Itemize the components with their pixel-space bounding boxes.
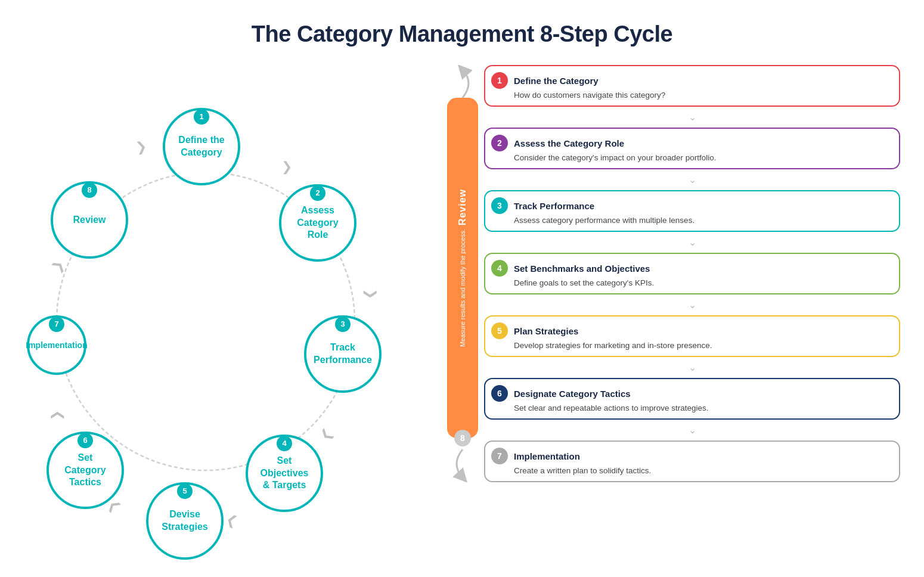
step-desc-1: How do customers navigate this category?: [491, 91, 889, 100]
step-title-5: Plan Strategies: [514, 326, 578, 336]
step-desc-7: Create a written plan to solidify tactic…: [491, 466, 889, 475]
svg-text:❯: ❯: [281, 159, 292, 175]
cycle-node-2: 2 Assess Category Role: [279, 184, 356, 262]
step-chevron-3: ⌄: [484, 237, 900, 248]
step-title-1: Define the Category: [514, 76, 599, 86]
review-bar-sublabel: Measure results and modify the process.: [459, 229, 466, 347]
step-num-badge-5: 5: [491, 322, 508, 339]
step-item-5: 5Plan StrategiesDevelop strategies for m…: [484, 315, 900, 357]
step-num-badge-2: 2: [491, 135, 508, 151]
svg-text:❯: ❯: [224, 513, 240, 532]
step-num-badge-6: 6: [491, 385, 508, 402]
step-item-3: 3Track PerformanceAssess category perfor…: [484, 190, 900, 232]
step-num-badge-1: 1: [491, 72, 508, 89]
cycle-diagram: ❯ ❯ ❯ ❯ ❯ ❯ ❯ ❯ 1 Define the Category 2 …: [24, 65, 429, 536]
step-chevron-4: ⌄: [484, 299, 900, 311]
step-desc-2: Consider the category's impact on your b…: [491, 153, 889, 162]
review-bar: Review Measure results and modify the pr…: [447, 98, 478, 438]
review-bar-label: Review: [457, 189, 468, 225]
steps-list: 1Define the CategoryHow do customers nav…: [484, 65, 900, 482]
cycle-node-5: 5 Devise Strategies: [146, 482, 224, 560]
step-item-4: 4Set Benchmarks and ObjectivesDefine goa…: [484, 253, 900, 294]
step-item-6: 6Designate Category TacticsSet clear and…: [484, 378, 900, 420]
cycle-node-4: 4 Set Objectives & Targets: [246, 435, 323, 512]
step-title-3: Track Performance: [514, 201, 594, 211]
review-bar-container: Review Measure results and modify the pr…: [447, 65, 478, 482]
step-desc-6: Set clear and repeatable actions to impr…: [491, 404, 889, 412]
svg-text:❯: ❯: [48, 257, 67, 275]
step-title-2: Assess the Category Role: [514, 138, 624, 148]
step-desc-5: Develop strategies for marketing and in-…: [491, 341, 889, 350]
cycle-node-7: 7 Implementation: [27, 315, 86, 375]
step-chevron-2: ⌄: [484, 174, 900, 185]
step-item-1: 1Define the CategoryHow do customers nav…: [484, 65, 900, 107]
step-title-4: Set Benchmarks and Objectives: [514, 263, 650, 274]
step-num-badge-7: 7: [491, 448, 508, 464]
svg-text:❯: ❯: [318, 426, 337, 445]
step-chevron-6: ⌄: [484, 424, 900, 436]
svg-text:❯: ❯: [363, 288, 379, 299]
step-title-6: Designate Category Tactics: [514, 389, 631, 399]
step-item-2: 2Assess the Category RoleConsider the ca…: [484, 128, 900, 169]
step-title-7: Implementation: [514, 451, 580, 461]
step-desc-4: Define goals to set the category's KPIs.: [491, 278, 889, 287]
step-item-7: 7ImplementationCreate a written plan to …: [484, 440, 900, 482]
cycle-node-6: 6 Set Category Tactics: [46, 432, 124, 509]
step-num-badge-3: 3: [491, 197, 508, 214]
step-desc-3: Assess category performance with multipl…: [491, 216, 889, 225]
step-chevron-5: ⌄: [484, 362, 900, 373]
cycle-node-3: 3 Track Performance: [304, 315, 382, 393]
review-bar-num: 8: [454, 430, 471, 446]
legend-section: Review Measure results and modify the pr…: [447, 65, 900, 482]
step-chevron-1: ⌄: [484, 111, 900, 123]
svg-text:❯: ❯: [135, 138, 148, 156]
step-num-badge-4: 4: [491, 260, 508, 277]
cycle-node-8: 8 Review: [51, 181, 128, 259]
page-title: The Category Management 8-Step Cycle: [0, 0, 924, 59]
cycle-node-1: 1 Define the Category: [163, 108, 240, 185]
svg-text:❯: ❯: [49, 410, 64, 421]
